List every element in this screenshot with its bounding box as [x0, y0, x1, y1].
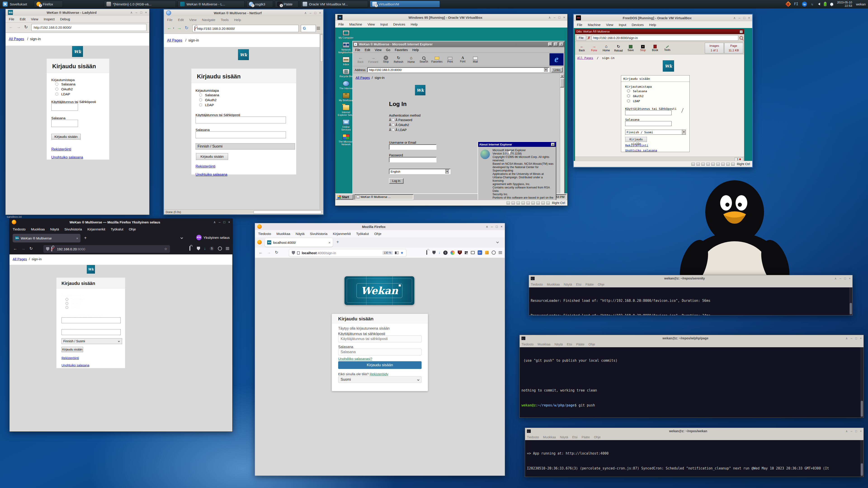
network-icon[interactable]: ↑↓: [811, 2, 813, 6]
profile-icon[interactable]: [492, 251, 496, 255]
forward-icon[interactable]: →: [21, 246, 25, 251]
close-button[interactable]: ×: [319, 11, 321, 15]
dillo-titlebar[interactable]: Dillo: WeKan Â® Multiverse ×: [575, 29, 744, 34]
reader-split-icon[interactable]: [395, 252, 399, 254]
app-menu-icon[interactable]: [499, 252, 502, 253]
url-bar[interactable]: http://192.168.0.20:8000/: [192, 25, 299, 32]
back-button[interactable]: ←Back: [354, 55, 367, 64]
menu-item[interactable]: Ohje: [374, 232, 381, 236]
minimize-button[interactable]: –: [554, 15, 556, 19]
language-select[interactable]: Finnish / Suomi▼: [625, 130, 686, 135]
breadcrumb-link[interactable]: All Pages: [355, 76, 370, 79]
radio-oauth2[interactable]: [55, 88, 58, 91]
forgot-link[interactable]: Unohtuiko salasana: [51, 156, 83, 159]
menu-item[interactable]: Näytä: [560, 435, 568, 439]
maximize-button[interactable]: □: [855, 429, 857, 433]
scrollbar-thumb[interactable]: [850, 303, 852, 314]
menu-item[interactable]: Tiedosto: [531, 283, 543, 286]
tab-close-icon[interactable]: ×: [329, 240, 331, 245]
home-button[interactable]: ⌂Home: [600, 44, 612, 52]
close-button[interactable]: ×: [860, 337, 862, 340]
usb-icon[interactable]: [526, 201, 530, 204]
menu-item[interactable]: Muokkaa: [543, 435, 556, 439]
register-link[interactable]: Rekisteröidy: [370, 372, 388, 376]
minimize-button[interactable]: –: [310, 11, 311, 15]
maximize-button[interactable]: □: [855, 337, 857, 340]
minimize-button[interactable]: –: [135, 11, 137, 14]
url-bar[interactable]: 192.168.0.20:8000 ☆: [43, 245, 170, 253]
dialog-titlebar[interactable]: About Internet Explorer ×: [478, 142, 556, 147]
refresh-button[interactable]: ↻Refresh: [392, 55, 405, 64]
maximize-button[interactable]: □: [496, 225, 498, 228]
ie-titlebar[interactable]: e WeKan ® Multiverse - Microsoft Interne…: [353, 41, 564, 47]
username-input[interactable]: [338, 335, 422, 342]
menu-item[interactable]: Tiedosto: [258, 232, 271, 236]
taskbar-item-nsgtk3[interactable]: nsgtk3 2: [246, 1, 273, 7]
mouse-integration-icon[interactable]: [731, 163, 735, 166]
language-select[interactable]: Finnish / Suomi: [195, 143, 295, 150]
menu-item[interactable]: Etsi: [567, 343, 572, 346]
menu-item[interactable]: File: [338, 22, 344, 26]
back-icon[interactable]: ←: [258, 250, 263, 255]
tab-list-chevron-icon[interactable]: [496, 240, 499, 243]
radio-ldap[interactable]: [199, 103, 202, 106]
submit-button[interactable]: Kirjaudu sisään: [61, 347, 83, 352]
register-link[interactable]: Rekisteröinti: [51, 147, 71, 151]
menu-item[interactable]: Navigate: [202, 18, 215, 22]
radio-password[interactable]: [199, 94, 202, 96]
titlebar[interactable]: WeKan ® Multiverse - NetSurf ∧–□×: [164, 9, 323, 16]
app-menu-icon[interactable]: [226, 248, 229, 249]
menu-item[interactable]: Ohje: [589, 343, 595, 346]
menu-item[interactable]: Input: [619, 23, 626, 27]
taskbar-item-terminal[interactable]: Pääte 5: [275, 1, 298, 7]
taskbar-item-virtualboxvm[interactable]: VirtualBoxVM 2: [370, 1, 440, 7]
menu-item[interactable]: Go: [386, 48, 391, 52]
register-link[interactable]: Rekisteröinti: [195, 164, 215, 168]
forward-icon[interactable]: →: [267, 250, 271, 255]
scrollbar[interactable]: ▲: [560, 74, 564, 200]
reload-icon[interactable]: ↻: [24, 24, 28, 30]
tools-button[interactable]: Tools: [661, 44, 673, 52]
shade-button[interactable]: ∧: [213, 220, 216, 224]
search-button[interactable]: Search: [417, 56, 430, 63]
shade-button[interactable]: ∧: [486, 225, 488, 228]
scrollbar-thumb[interactable]: [861, 401, 863, 417]
titlebar[interactable]: ›_ wekan@z: ~/repos/w/php/page ∧–□×: [520, 335, 864, 341]
insecure-padlock-icon[interactable]: [51, 247, 55, 251]
desktop-icon[interactable]: The Microsoft Network: [338, 134, 355, 146]
radio-oauth2[interactable]: [66, 302, 68, 305]
close-button[interactable]: ×: [849, 277, 850, 280]
mouse-integration-icon[interactable]: [546, 201, 550, 204]
titlebar[interactable]: ›_ wekan@z: ~/repos/wekan ∧–□×: [525, 428, 864, 434]
scroll-up-icon[interactable]: ▲: [560, 74, 564, 78]
search-box[interactable]: G: [301, 25, 316, 32]
titlebar[interactable]: Wk WeKan ® Multiverse - Ladybird ∧–□×: [6, 9, 149, 16]
new-tab-button[interactable]: +: [84, 235, 87, 240]
desktop-icon[interactable]: My Computer: [338, 30, 355, 39]
tab-close-icon[interactable]: ×: [76, 236, 78, 240]
close-button[interactable]: ×: [501, 225, 502, 228]
menu-item[interactable]: File: [355, 48, 360, 52]
bookmark-star-icon-filled[interactable]: ★: [401, 251, 403, 255]
desktop-icon[interactable]: The Internet: [338, 81, 355, 90]
menu-item[interactable]: Ohje: [594, 435, 601, 439]
forgot-link[interactable]: Unohtuiko salasana: [625, 149, 657, 152]
desktop-file-icon-label[interactable]: sandbox.txt: [7, 215, 22, 219]
account-lock-icon[interactable]: [426, 251, 430, 255]
close-button[interactable]: ×: [563, 15, 565, 19]
favorites-button[interactable]: Favorites: [430, 56, 444, 63]
address-dropdown-icon[interactable]: ▼: [544, 68, 548, 72]
password-input[interactable]: [625, 121, 672, 126]
menu-item[interactable]: Favorites: [395, 48, 408, 52]
breadcrumb-link[interactable]: All Pages: [9, 37, 24, 41]
clock[interactable]: 2023-05-1022:53: [837, 1, 852, 7]
back-icon[interactable]: ←: [9, 25, 13, 29]
menu-item[interactable]: File: [9, 17, 14, 21]
menu-item[interactable]: Help: [234, 18, 241, 22]
menu-item[interactable]: Sivuhistoria: [310, 232, 328, 236]
minimize-button[interactable]: –: [219, 220, 221, 224]
shade-button[interactable]: ∧: [304, 11, 307, 15]
desktop-icon[interactable]: My Briefcase: [338, 93, 355, 102]
home-button[interactable]: ⌂Home: [405, 56, 417, 64]
language-select[interactable]: Suomi: [338, 376, 422, 383]
